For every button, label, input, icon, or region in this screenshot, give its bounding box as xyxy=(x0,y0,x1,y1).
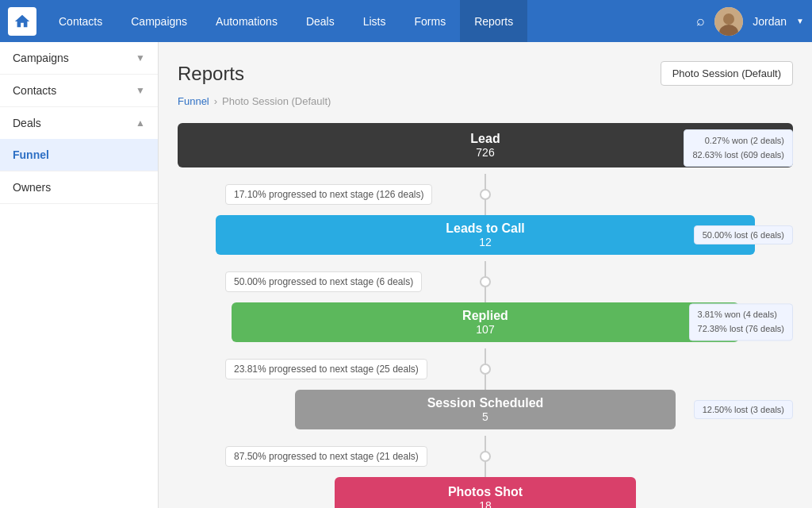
sidebar-section-deals: Deals ▲ Funnel xyxy=(0,107,158,171)
breadcrumb: Funnel › Photo Session (Default) xyxy=(178,95,793,107)
sidebar-item-campaigns[interactable]: Campaigns ▼ xyxy=(0,42,158,74)
stage-name-photos-shot: Photos Shot xyxy=(448,485,523,499)
funnel-bar-photos-shot: Photos Shot 18 xyxy=(335,477,636,508)
stage-count-photos-shot: 18 xyxy=(479,499,492,508)
nav-automations[interactable]: Automations xyxy=(201,0,292,42)
sidebar-section-contacts: Contacts ▼ xyxy=(0,75,158,107)
funnel-bar-replied: Replied 107 xyxy=(232,302,739,342)
funnel-bar-leads-to-call: Leads to Call 12 xyxy=(216,215,755,255)
funnel-stage-lead: Lead 726 0.27% won (2 deals)82.63% lost … xyxy=(178,123,793,167)
sidebar: Campaigns ▼ Contacts ▼ Deals ▲ Funnel Ow… xyxy=(0,42,159,508)
connector-1: 17.10% progressed to next stage (126 dea… xyxy=(178,174,793,215)
nav-lists[interactable]: Lists xyxy=(349,0,400,42)
main-content: Reports Photo Session (Default) Funnel ›… xyxy=(159,42,812,508)
funnel-container: Lead 726 0.27% won (2 deals)82.63% lost … xyxy=(178,123,793,508)
stage-name-leads-to-call: Leads to Call xyxy=(446,221,525,236)
funnel-stage-replied: Replied 107 3.81% won (4 deals)72.38% lo… xyxy=(178,302,793,342)
nav-contacts[interactable]: Contacts xyxy=(44,0,117,42)
svg-point-1 xyxy=(723,13,734,25)
breadcrumb-separator: › xyxy=(214,95,217,107)
progress-label-2: 50.00% progressed to next stage (6 deals… xyxy=(225,271,422,292)
stage-count-replied: 107 xyxy=(476,323,494,336)
connector-4: 87.50% progressed to next stage (21 deal… xyxy=(178,436,793,477)
progress-label-4: 87.50% progressed to next stage (21 deal… xyxy=(225,446,427,467)
sidebar-item-owners[interactable]: Owners xyxy=(0,171,158,203)
nav-campaigns[interactable]: Campaigns xyxy=(117,0,201,42)
user-dropdown-icon[interactable]: ▼ xyxy=(796,17,804,25)
sidebar-section-campaigns: Campaigns ▼ xyxy=(0,42,158,75)
funnel-stage-leads-to-call: Leads to Call 12 50.00% lost (6 deals) xyxy=(178,215,793,255)
stats-leads-to-call: 50.00% lost (6 deals) xyxy=(694,225,793,244)
search-icon[interactable]: ⌕ xyxy=(696,13,705,29)
stats-lead: 0.27% won (2 deals)82.63% lost (609 deal… xyxy=(684,129,793,167)
stage-name-session-scheduled: Session Scheduled xyxy=(427,396,544,410)
funnel-bar-session-scheduled: Session Scheduled 5 xyxy=(295,390,676,429)
chevron-down-icon: ▼ xyxy=(136,85,145,96)
progress-label-3: 23.81% progressed to next stage (25 deal… xyxy=(225,359,427,379)
stats-session-scheduled: 12.50% lost (3 deals) xyxy=(694,400,793,419)
stage-count-session-scheduled: 5 xyxy=(482,410,488,423)
stage-count-leads-to-call: 12 xyxy=(479,236,492,248)
stage-count-lead: 726 xyxy=(476,146,494,159)
progress-label-1: 17.10% progressed to next stage (126 dea… xyxy=(225,184,432,205)
connector-3: 23.81% progressed to next stage (25 deal… xyxy=(178,348,793,390)
top-nav: Contacts Campaigns Automations Deals Lis… xyxy=(0,0,812,42)
avatar xyxy=(714,7,743,36)
chevron-down-icon: ▼ xyxy=(136,52,145,64)
funnel-stage-photos-shot: Photos Shot 18 52.63% won (10 deals) xyxy=(178,477,793,508)
connector-2: 50.00% progressed to next stage (6 deals… xyxy=(178,261,793,302)
nav-forms[interactable]: Forms xyxy=(400,0,461,42)
funnel-stage-session-scheduled: Session Scheduled 5 12.50% lost (3 deals… xyxy=(178,390,793,429)
nav-reports[interactable]: Reports xyxy=(460,0,527,42)
chevron-up-icon: ▲ xyxy=(136,117,145,129)
home-logo[interactable] xyxy=(8,7,36,36)
session-dropdown[interactable]: Photo Session (Default) xyxy=(661,61,793,86)
username-label[interactable]: Jordan xyxy=(753,15,787,28)
nav-right: ⌕ Jordan ▼ xyxy=(696,7,804,36)
breadcrumb-parent[interactable]: Funnel xyxy=(178,95,209,107)
main-header: Reports Photo Session (Default) xyxy=(178,61,793,86)
sidebar-section-owners: Owners xyxy=(0,171,158,204)
stats-replied: 3.81% won (4 deals)72.38% lost (76 deals… xyxy=(689,303,793,341)
nav-deals[interactable]: Deals xyxy=(292,0,349,42)
nav-links: Contacts Campaigns Automations Deals Lis… xyxy=(44,0,696,42)
page-title: Reports xyxy=(178,63,244,85)
sidebar-item-funnel[interactable]: Funnel xyxy=(0,139,158,171)
stage-name-replied: Replied xyxy=(462,309,508,323)
sidebar-item-contacts[interactable]: Contacts ▼ xyxy=(0,75,158,106)
breadcrumb-current: Photo Session (Default) xyxy=(222,95,331,107)
sidebar-item-deals[interactable]: Deals ▲ xyxy=(0,107,158,139)
stage-name-lead: Lead xyxy=(470,132,500,146)
app-layout: Campaigns ▼ Contacts ▼ Deals ▲ Funnel Ow… xyxy=(0,42,812,508)
